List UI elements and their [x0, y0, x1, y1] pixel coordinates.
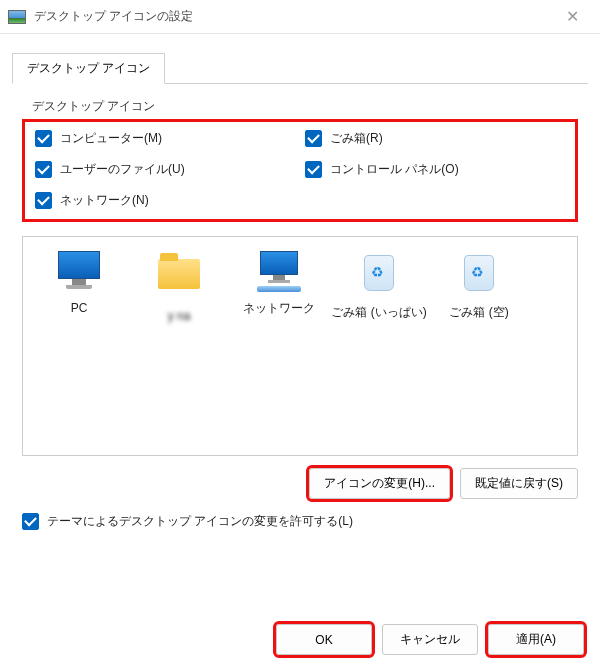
- icon-label: ごみ箱 (いっぱい): [331, 305, 427, 321]
- tab-desktop-icons[interactable]: デスクトップ アイコン: [12, 53, 165, 84]
- groupbox-label: デスクトップ アイコン: [28, 98, 578, 115]
- recycle-bin-full-icon: [355, 255, 403, 299]
- checkbox-label: テーマによるデスクトップ アイコンの変更を許可する(L): [47, 513, 353, 530]
- checkbox-grid: コンピューター(M) ごみ箱(R) ユーザーのファイル(U) コントロール パネ…: [35, 130, 565, 209]
- change-icon-button[interactable]: アイコンの変更(H)...: [309, 468, 450, 499]
- restore-default-button[interactable]: 既定値に戻す(S): [460, 468, 578, 499]
- close-icon[interactable]: ✕: [552, 7, 592, 26]
- icon-preview-well: PC y na ネットワーク ごみ箱 (いっぱい) ごみ箱 (空): [22, 236, 578, 456]
- checkbox-icon[interactable]: [35, 192, 52, 209]
- icon-item-userfiles[interactable]: y na: [131, 251, 227, 325]
- icon-label: ごみ箱 (空): [431, 305, 527, 321]
- checkbox-label: コンピューター(M): [60, 130, 162, 147]
- icon-label: PC: [31, 301, 127, 317]
- apply-button[interactable]: 適用(A): [488, 624, 584, 655]
- dialog-footer: OK キャンセル 適用(A): [276, 624, 584, 655]
- icon-item-recyclebin-full[interactable]: ごみ箱 (いっぱい): [331, 251, 427, 321]
- checkbox-label: ユーザーのファイル(U): [60, 161, 185, 178]
- checkbox-icon[interactable]: [22, 513, 39, 530]
- window-title: デスクトップ アイコンの設定: [34, 8, 552, 25]
- checkbox-icon[interactable]: [35, 130, 52, 147]
- checkbox-icon[interactable]: [305, 130, 322, 147]
- checkbox-icon[interactable]: [305, 161, 322, 178]
- tab-bar: デスクトップ アイコン: [0, 34, 600, 83]
- icon-label: ネットワーク: [231, 301, 327, 317]
- icon-item-pc[interactable]: PC: [31, 251, 127, 317]
- icon-item-network[interactable]: ネットワーク: [231, 251, 327, 317]
- checkbox-label: コントロール パネル(O): [330, 161, 459, 178]
- ok-button[interactable]: OK: [276, 624, 372, 655]
- folder-icon: [155, 259, 203, 303]
- window-app-icon: [8, 10, 26, 24]
- groupbox-desktop-icons: デスクトップ アイコン コンピューター(M) ごみ箱(R) ユーザーのファイル(…: [22, 98, 578, 222]
- checkbox-userfiles[interactable]: ユーザーのファイル(U): [35, 161, 295, 178]
- checkbox-icon[interactable]: [35, 161, 52, 178]
- checkbox-computer[interactable]: コンピューター(M): [35, 130, 295, 147]
- cancel-button[interactable]: キャンセル: [382, 624, 478, 655]
- pc-icon: [55, 251, 103, 295]
- checkbox-label: ネットワーク(N): [60, 192, 149, 209]
- checkbox-recyclebin[interactable]: ごみ箱(R): [305, 130, 565, 147]
- icon-item-recyclebin-empty[interactable]: ごみ箱 (空): [431, 251, 527, 321]
- tab-panel: デスクトップ アイコン コンピューター(M) ごみ箱(R) ユーザーのファイル(…: [12, 83, 588, 540]
- icon-label: y na: [131, 309, 227, 325]
- icon-buttons-row: アイコンの変更(H)... 既定値に戻す(S): [22, 468, 578, 499]
- checkbox-network[interactable]: ネットワーク(N): [35, 192, 295, 209]
- checkbox-label: ごみ箱(R): [330, 130, 383, 147]
- titlebar: デスクトップ アイコンの設定 ✕: [0, 0, 600, 34]
- recycle-bin-empty-icon: [455, 255, 503, 299]
- highlight-box-checkboxes: コンピューター(M) ごみ箱(R) ユーザーのファイル(U) コントロール パネ…: [22, 119, 578, 222]
- checkbox-controlpanel[interactable]: コントロール パネル(O): [305, 161, 565, 178]
- checkbox-theme-allow[interactable]: テーマによるデスクトップ アイコンの変更を許可する(L): [22, 513, 578, 530]
- network-icon: [255, 251, 303, 295]
